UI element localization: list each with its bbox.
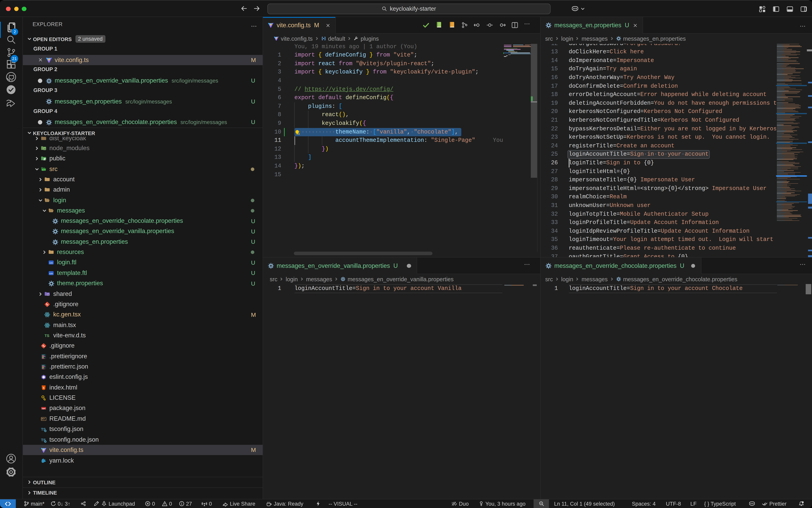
svg-text:<#>: <#> (49, 272, 53, 275)
svg-text:npm: npm (42, 408, 45, 410)
svg-text:<#>: <#> (49, 262, 53, 264)
svg-text:G: G (48, 294, 49, 295)
svg-text:5: 5 (43, 386, 44, 389)
svg-text:</>: </> (42, 169, 46, 171)
svg-text:JS: JS (43, 148, 45, 150)
svg-text:TS: TS (45, 333, 49, 338)
